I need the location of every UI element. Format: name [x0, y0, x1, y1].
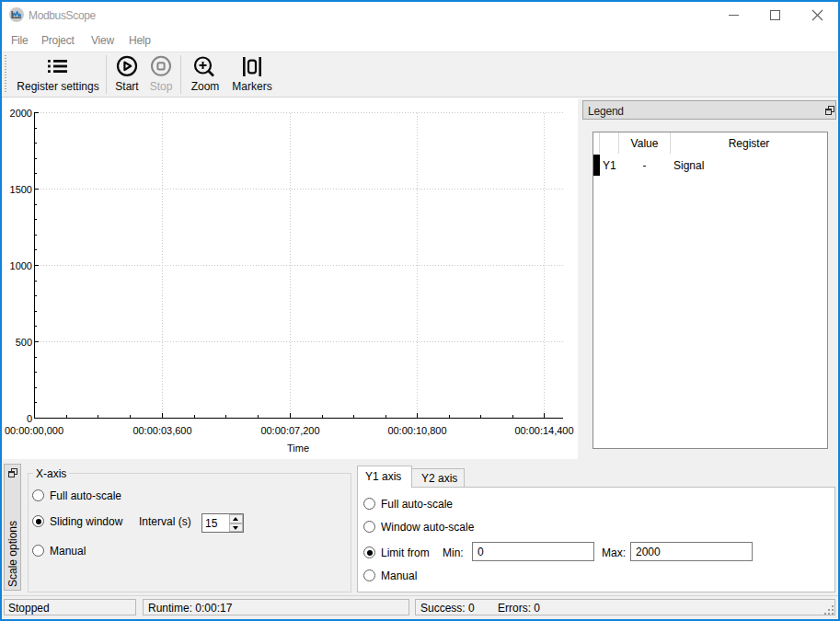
svg-text:500: 500	[16, 337, 32, 348]
svg-text:00:00:14,400: 00:00:14,400	[514, 425, 573, 436]
svg-text:00:00:10,800: 00:00:10,800	[387, 425, 446, 436]
svg-text:Time: Time	[287, 443, 309, 454]
svg-text:00:00:03,600: 00:00:03,600	[132, 425, 191, 436]
svg-text:1000: 1000	[10, 260, 32, 271]
svg-text:1500: 1500	[10, 184, 32, 195]
svg-text:0: 0	[27, 413, 32, 424]
svg-text:00:00:00,000: 00:00:00,000	[5, 425, 63, 436]
svg-text:2000: 2000	[10, 108, 32, 119]
svg-text:00:00:07,200: 00:00:07,200	[260, 425, 319, 436]
